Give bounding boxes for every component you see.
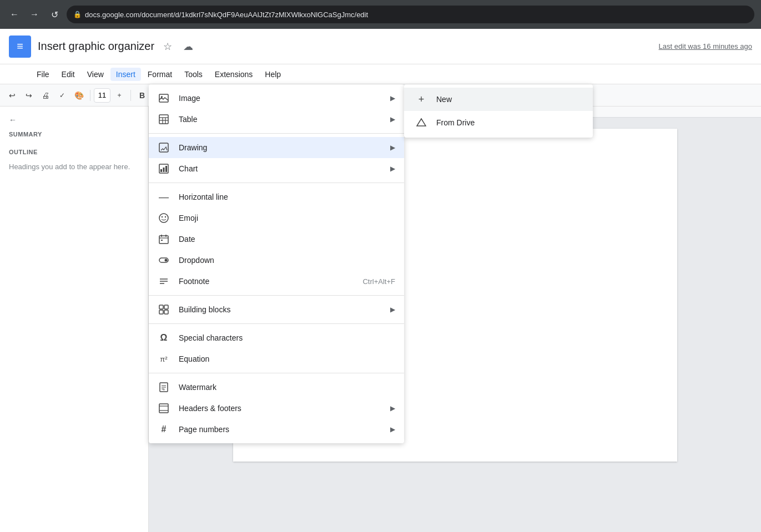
- svg-rect-19: [161, 240, 163, 241]
- menu-item-image[interactable]: Image ▶: [149, 88, 404, 109]
- menu-view[interactable]: View: [82, 68, 109, 81]
- forward-button[interactable]: →: [27, 7, 42, 22]
- submenu-item-new[interactable]: + New: [404, 88, 593, 111]
- equation-menu-label: Equation: [179, 354, 395, 363]
- menu-help[interactable]: Help: [259, 68, 286, 81]
- building-blocks-menu-label: Building blocks: [179, 305, 381, 314]
- menu-item-dropdown[interactable]: Dropdown: [149, 250, 404, 271]
- menu-insert[interactable]: Insert: [110, 68, 141, 81]
- equation-menu-icon: π²: [158, 353, 170, 365]
- menu-tools[interactable]: Tools: [179, 68, 208, 81]
- menu-item-footnote[interactable]: Footnote Ctrl+Alt+F: [149, 271, 404, 292]
- headers-footers-menu-label: Headers & footers: [179, 404, 381, 413]
- from-drive-icon: [415, 116, 427, 129]
- spell-check-button[interactable]: ✓: [54, 88, 70, 103]
- address-bar[interactable]: 🔒 docs.google.com/document/d/1kdkrl7sNkQ…: [67, 6, 754, 23]
- font-size-input[interactable]: [94, 88, 110, 103]
- drawing-menu-arrow: ▶: [390, 144, 395, 151]
- chart-menu-label: Chart: [179, 164, 381, 173]
- cloud-button[interactable]: ☁: [181, 38, 195, 55]
- watermark-menu-icon: W: [158, 381, 170, 393]
- toolbar-divider-1: [90, 90, 90, 101]
- toolbar-divider-2: [130, 90, 131, 101]
- svg-point-12: [159, 214, 168, 222]
- watermark-menu-label: Watermark: [179, 383, 395, 392]
- page-numbers-menu-icon: #: [158, 423, 170, 435]
- font-size-plus-button[interactable]: +: [112, 88, 127, 103]
- svg-rect-10: [163, 168, 165, 172]
- svg-rect-34: [159, 404, 168, 413]
- bold-button[interactable]: B: [134, 88, 150, 103]
- browser-chrome: ← → ↺ 🔒 docs.google.com/document/d/1kdkr…: [0, 0, 761, 29]
- menu-item-equation[interactable]: π² Equation: [149, 348, 404, 369]
- docs-logo-icon: ≡: [17, 40, 23, 53]
- svg-rect-27: [159, 310, 163, 314]
- star-button[interactable]: ☆: [161, 38, 174, 55]
- menu-divider-3: [149, 295, 404, 296]
- back-button[interactable]: ←: [7, 7, 22, 22]
- undo-button[interactable]: ↩: [4, 88, 20, 103]
- headers-footers-menu-arrow: ▶: [390, 404, 395, 412]
- footnote-menu-icon: [158, 275, 170, 287]
- submenu-item-from-drive[interactable]: From Drive: [404, 111, 593, 134]
- drawing-menu-icon: [158, 141, 170, 154]
- menu-item-drawing[interactable]: Drawing ▶: [149, 137, 404, 158]
- menu-divider-1: [149, 133, 404, 134]
- special-characters-menu-label: Special characters: [179, 333, 395, 342]
- date-menu-icon: [158, 233, 170, 245]
- page-numbers-menu-label: Page numbers: [179, 425, 381, 434]
- menu-bar: File Edit View Insert Format Tools Exten…: [0, 64, 761, 84]
- horizontal-line-menu-icon: —: [158, 191, 170, 203]
- emoji-menu-label: Emoji: [179, 214, 395, 222]
- menu-item-page-numbers[interactable]: # Page numbers ▶: [149, 419, 404, 440]
- building-blocks-menu-icon: [158, 303, 170, 316]
- headers-footers-menu-icon: [158, 402, 170, 414]
- svg-rect-26: [164, 305, 168, 309]
- menu-item-date[interactable]: Date: [149, 229, 404, 250]
- menu-divider-2: [149, 183, 404, 183]
- table-menu-label: Table: [179, 115, 381, 124]
- last-edit[interactable]: Last edit was 16 minutes ago: [659, 42, 752, 50]
- svg-rect-28: [164, 310, 168, 314]
- footnote-menu-label: Footnote: [179, 277, 354, 286]
- sidebar-back-button[interactable]: ←: [9, 115, 139, 124]
- menu-item-headers-footers[interactable]: Headers & footers ▶: [149, 398, 404, 419]
- menu-format[interactable]: Format: [142, 68, 178, 81]
- svg-rect-2: [159, 115, 168, 124]
- svg-text:W: W: [163, 388, 165, 391]
- menu-item-special-characters[interactable]: Ω Special characters: [149, 327, 404, 348]
- doc-title: Insert graphic organizer: [38, 40, 154, 53]
- menu-file[interactable]: File: [31, 68, 55, 81]
- image-menu-arrow: ▶: [390, 94, 395, 102]
- reload-button[interactable]: ↺: [47, 7, 62, 22]
- footnote-shortcut: Ctrl+Alt+F: [362, 277, 395, 286]
- app-header: ≡ Insert graphic organizer ☆ ☁ Last edit…: [0, 29, 761, 64]
- svg-point-21: [165, 259, 168, 262]
- emoji-menu-icon: [158, 212, 170, 224]
- menu-extensions[interactable]: Extensions: [209, 68, 258, 81]
- menu-item-chart[interactable]: Chart ▶: [149, 158, 404, 179]
- svg-rect-7: [159, 143, 168, 152]
- menu-edit[interactable]: Edit: [56, 68, 80, 81]
- svg-rect-15: [159, 236, 168, 244]
- summary-label: SUMMARY: [9, 131, 139, 138]
- insert-menu: Image ▶ Table ▶ Drawing ▶ Chart ▶ — Hori…: [149, 84, 404, 443]
- image-menu-label: Image: [179, 94, 381, 103]
- back-arrow-icon: ←: [9, 115, 17, 124]
- menu-item-emoji[interactable]: Emoji: [149, 207, 404, 229]
- menu-item-table[interactable]: Table ▶: [149, 109, 404, 130]
- menu-item-building-blocks[interactable]: Building blocks ▶: [149, 299, 404, 320]
- redo-button[interactable]: ↪: [21, 88, 37, 103]
- svg-point-13: [162, 216, 163, 217]
- menu-item-horizontal-line[interactable]: — Horizontal line: [149, 186, 404, 207]
- building-blocks-menu-arrow: ▶: [390, 306, 395, 313]
- paint-format-button[interactable]: 🎨: [71, 88, 87, 103]
- outline-label: OUTLINE: [9, 149, 139, 155]
- menu-item-watermark[interactable]: W Watermark: [149, 377, 404, 398]
- sidebar-hint: Headings you add to the appear here.: [9, 162, 139, 172]
- print-button[interactable]: 🖨: [38, 88, 53, 103]
- chart-menu-icon: [158, 163, 170, 175]
- horizontal-line-menu-label: Horizontal line: [179, 192, 395, 201]
- menu-divider-4: [149, 323, 404, 324]
- drawing-menu-label: Drawing: [179, 143, 381, 152]
